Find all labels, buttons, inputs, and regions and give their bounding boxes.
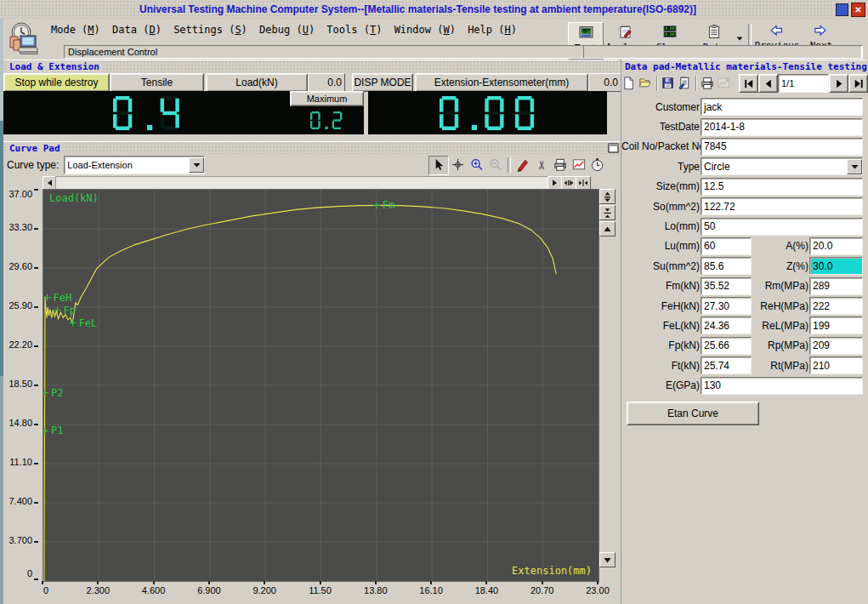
a--input[interactable]: 20.0 bbox=[809, 237, 863, 255]
y-tick-label: 3.700 bbox=[9, 535, 32, 545]
crosshair-icon[interactable] bbox=[449, 157, 468, 174]
x-tick-label: 6.900 bbox=[197, 585, 221, 595]
field-label: ReH(MPa) bbox=[752, 300, 809, 312]
size-mm--input[interactable]: 12.5 bbox=[701, 178, 863, 196]
load-extension-plot[interactable]: Load(kN)Extension(mm)FeHFpFeLFmP2P1 bbox=[43, 189, 599, 582]
extension-small-value: 0.0 bbox=[588, 73, 621, 92]
rp-mpa--input[interactable]: 209 bbox=[809, 337, 863, 355]
rel-mpa--input[interactable]: 199 bbox=[809, 316, 863, 334]
y-tick-mark bbox=[34, 306, 38, 308]
fp-kn--input[interactable]: 25.66 bbox=[701, 337, 752, 355]
v-compress-icon[interactable] bbox=[599, 205, 616, 220]
cursor-icon[interactable] bbox=[428, 156, 449, 175]
h-compress-icon[interactable] bbox=[576, 176, 591, 190]
menubar: Mode (M)Data (D)Settings (S)Debug (U)Too… bbox=[48, 21, 520, 38]
form-row: Lo(mm)50 bbox=[621, 216, 865, 236]
menu-item-window[interactable]: Window (W) bbox=[391, 23, 459, 37]
menu-item-help[interactable]: Help (H) bbox=[464, 23, 520, 37]
control-mode-status: Displacement Control bbox=[65, 46, 583, 58]
scissors-icon[interactable]: ✂ bbox=[532, 157, 551, 174]
fel-kn--input[interactable]: 24.36 bbox=[701, 316, 752, 334]
minimize-button[interactable] bbox=[836, 3, 848, 16]
rt-mpa--input[interactable]: 210 bbox=[809, 356, 863, 374]
field-label: Fm(kN) bbox=[621, 280, 701, 292]
statusbar-segment bbox=[583, 46, 862, 58]
pen-icon[interactable] bbox=[513, 157, 532, 174]
hscroll-track[interactable] bbox=[55, 176, 548, 190]
type-input[interactable]: Circle bbox=[701, 157, 863, 175]
v-expand-icon[interactable] bbox=[599, 189, 616, 204]
chevron-down-icon[interactable] bbox=[189, 157, 204, 173]
reh-mpa--input[interactable]: 222 bbox=[809, 297, 863, 315]
svg-text:P2: P2 bbox=[51, 387, 63, 399]
field-label: ReL(MPa) bbox=[752, 320, 809, 332]
menu-item-mode[interactable]: Mode (M) bbox=[48, 23, 104, 37]
nav-prev-icon[interactable] bbox=[758, 74, 778, 93]
nav-next-icon[interactable] bbox=[829, 74, 848, 93]
ft-kn--input[interactable]: 25.74 bbox=[701, 356, 752, 374]
so-mm-2--input[interactable]: 122.72 bbox=[701, 197, 863, 215]
y-tick-label: 0 bbox=[27, 568, 32, 578]
chart-hscrollbar[interactable] bbox=[3, 176, 619, 189]
new-file-icon[interactable] bbox=[621, 75, 638, 93]
zoom-in-icon[interactable] bbox=[468, 157, 486, 174]
scroll-up-icon[interactable] bbox=[599, 221, 616, 236]
form-row: Ft(kN)25.74Rt(MPa)210 bbox=[621, 356, 865, 375]
x-tick-mark bbox=[597, 581, 599, 584]
maximum-label: Maximum bbox=[290, 91, 364, 106]
coil-no-packet-no-input[interactable]: 7845 bbox=[701, 138, 863, 156]
field-label: FeH(kN) bbox=[621, 300, 701, 312]
y-axis-labels: 37.0033.3029.6025.9022.2018.5014.8011.10… bbox=[3, 189, 39, 580]
load-seven-segment-display bbox=[3, 91, 290, 134]
su-mm-2--input[interactable]: 85.6 bbox=[701, 257, 752, 275]
lu-mm--input[interactable]: 60 bbox=[701, 237, 752, 255]
load-extension-title: Load & Extension bbox=[7, 61, 102, 72]
tool-separator bbox=[508, 157, 511, 173]
lo-mm--input[interactable]: 50 bbox=[701, 218, 863, 236]
testdate-input[interactable]: 2014-1-8 bbox=[701, 118, 863, 136]
field-label: A(%) bbox=[752, 240, 809, 252]
y-tick-mark bbox=[34, 385, 38, 386]
close-button[interactable]: ✕ bbox=[851, 3, 865, 17]
curve-pad-restore-icon[interactable] bbox=[608, 143, 619, 153]
y-tick-mark bbox=[34, 228, 38, 230]
e-gpa--input[interactable]: 130 bbox=[701, 377, 863, 395]
load-small-value: 0.0 bbox=[308, 73, 345, 92]
svg-text:FeL: FeL bbox=[79, 317, 98, 329]
fm-kn--input[interactable]: 35.52 bbox=[701, 277, 752, 295]
z--input[interactable]: 30.0 bbox=[809, 257, 863, 275]
test-type-button[interactable]: Tensile bbox=[110, 73, 204, 92]
disp-mode-button[interactable]: DISP MODE bbox=[352, 73, 413, 92]
clock-icon[interactable] bbox=[588, 157, 607, 174]
chart-icon[interactable] bbox=[570, 157, 588, 174]
y-tick-mark bbox=[34, 267, 38, 269]
report-icon[interactable] bbox=[677, 75, 693, 93]
field-label: Type bbox=[621, 161, 701, 173]
print-icon[interactable] bbox=[700, 75, 716, 93]
save-icon[interactable] bbox=[661, 75, 677, 93]
menu-item-tools[interactable]: Tools (T) bbox=[323, 23, 385, 37]
open-file-icon[interactable] bbox=[638, 75, 654, 93]
scroll-right-icon[interactable] bbox=[547, 176, 562, 190]
feh-kn--input[interactable]: 27.30 bbox=[701, 297, 752, 315]
print-icon[interactable] bbox=[551, 157, 570, 174]
menu-item-data[interactable]: Data (D) bbox=[109, 23, 165, 37]
x-axis-labels: 02.3004.6006.9009.20011.5013.8016.1018.4… bbox=[3, 581, 619, 598]
statusbar: Displacement Control bbox=[64, 45, 863, 59]
customer-input[interactable]: jack bbox=[701, 98, 863, 116]
scroll-down-icon[interactable] bbox=[599, 552, 616, 567]
curve-type-select[interactable]: Load-Extension bbox=[64, 156, 205, 174]
stop-while-destroy-button[interactable]: Stop while destroy bbox=[3, 73, 110, 92]
rm-mpa--input[interactable]: 289 bbox=[809, 277, 863, 295]
chevron-down-icon[interactable] bbox=[847, 159, 862, 174]
x-tick-label: 23.00 bbox=[586, 585, 610, 595]
zoom-out-icon bbox=[486, 157, 505, 174]
etan-curve-button[interactable]: Etan Curve bbox=[627, 402, 759, 425]
menu-item-debug[interactable]: Debug (U) bbox=[256, 23, 318, 37]
menu-item-settings[interactable]: Settings (S) bbox=[170, 23, 251, 37]
nav-first-icon[interactable] bbox=[739, 74, 758, 93]
y-tick-label: 22.20 bbox=[9, 339, 32, 350]
nav-last-icon[interactable] bbox=[848, 74, 868, 93]
x-tick-mark bbox=[97, 581, 99, 584]
h-expand-icon[interactable] bbox=[561, 176, 576, 190]
